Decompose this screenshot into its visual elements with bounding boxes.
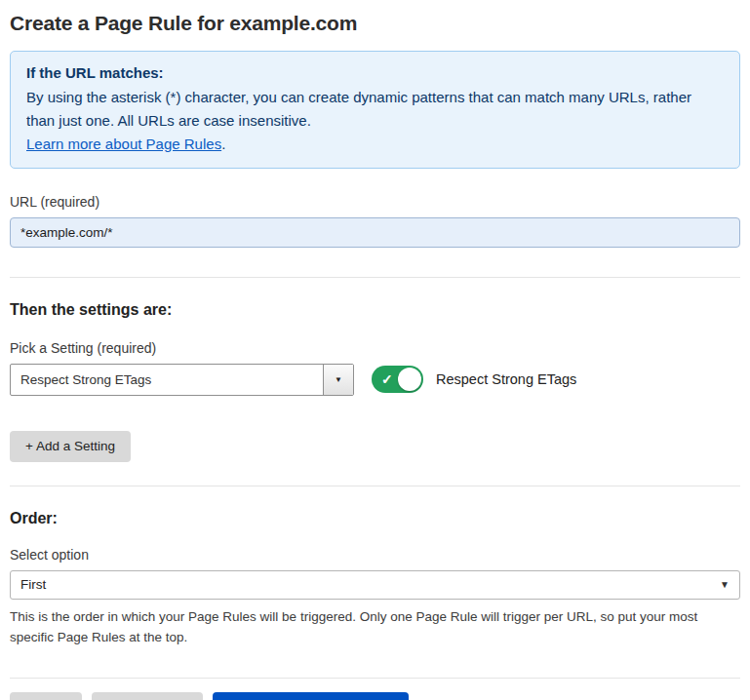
footer-actions: Cancel Save as Draft Save and Deploy Pag…: [10, 692, 740, 700]
order-select-value: First: [20, 577, 46, 592]
setting-toggle-group: ✓ Respect Strong ETags: [372, 366, 576, 393]
learn-more-link[interactable]: Learn more about Page Rules: [26, 136, 221, 152]
info-box-body: By using the asterisk (*) character, you…: [26, 86, 724, 133]
toggle-knob: [398, 368, 421, 391]
order-heading: Order:: [10, 510, 740, 527]
url-input[interactable]: [10, 217, 740, 248]
create-page-rule-panel: Create a Page Rule for example.com If th…: [0, 0, 750, 700]
setting-toggle[interactable]: ✓: [372, 366, 423, 393]
url-label: URL (required): [10, 194, 740, 210]
section-divider: [10, 277, 740, 278]
url-match-info-box: If the URL matches: By using the asteris…: [10, 51, 740, 169]
footer-divider: [10, 678, 740, 679]
chevron-down-icon: ▼: [720, 579, 730, 590]
setting-select-dropdown-button[interactable]: ▼: [323, 365, 353, 395]
settings-heading: Then the settings are:: [10, 301, 740, 319]
setting-select[interactable]: Respect Strong ETags ▼: [10, 364, 354, 396]
check-icon: ✓: [381, 372, 393, 386]
cancel-button[interactable]: Cancel: [10, 692, 82, 700]
info-box-heading: If the URL matches:: [26, 61, 724, 86]
info-box-link-row: Learn more about Page Rules.: [26, 133, 724, 156]
page-title: Create a Page Rule for example.com: [10, 12, 740, 35]
pick-setting-label: Pick a Setting (required): [10, 340, 740, 356]
add-setting-button[interactable]: + Add a Setting: [10, 431, 131, 462]
order-select[interactable]: First ▼: [10, 570, 740, 600]
section-divider: [10, 486, 740, 486]
order-help-text: This is the order in which your Page Rul…: [10, 607, 740, 648]
setting-row: Respect Strong ETags ▼ ✓ Respect Strong …: [10, 364, 740, 396]
chevron-down-icon: ▼: [335, 375, 342, 384]
setting-toggle-label: Respect Strong ETags: [436, 371, 576, 387]
save-draft-button[interactable]: Save as Draft: [92, 692, 203, 700]
order-select-label: Select option: [10, 547, 740, 563]
setting-select-value: Respect Strong ETags: [11, 365, 323, 395]
link-period: .: [221, 136, 225, 152]
save-deploy-button[interactable]: Save and Deploy Page Rule: [213, 692, 410, 700]
